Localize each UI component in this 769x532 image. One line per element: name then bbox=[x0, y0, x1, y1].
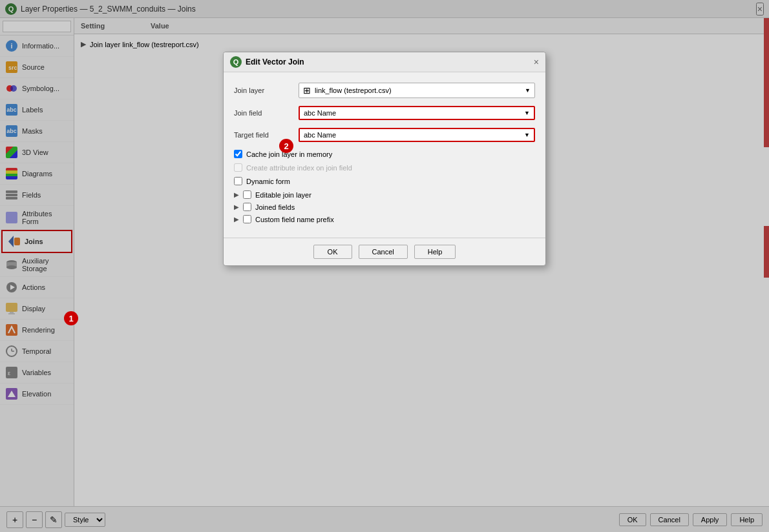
joined-fields-expand-arrow[interactable]: ▶ bbox=[234, 203, 239, 210]
attr-index-checkbox bbox=[234, 163, 242, 172]
join-layer-value: link_flow (testreport.csv) bbox=[315, 87, 521, 94]
annotation-2: 2 bbox=[279, 139, 293, 153]
dialog-body: Join layer ⊞ link_flow (testreport.csv) … bbox=[224, 72, 545, 238]
join-layer-control[interactable]: ⊞ link_flow (testreport.csv) ▼ bbox=[299, 83, 535, 98]
join-field-label: Join field bbox=[234, 109, 299, 117]
cache-checkbox-row: Cache join layer in memory bbox=[234, 150, 535, 158]
custom-prefix-label: Custom field name prefix bbox=[255, 216, 334, 223]
join-layer-row: Join layer ⊞ link_flow (testreport.csv) … bbox=[234, 83, 535, 98]
modal-overlay: Q Edit Vector Join × Join layer ⊞ link_f… bbox=[0, 0, 769, 532]
join-field-dropdown-icon: ▼ bbox=[524, 110, 530, 116]
join-layer-label: Join layer bbox=[234, 87, 299, 94]
dialog-footer: OK Cancel Help bbox=[224, 238, 545, 265]
editable-join-checkbox[interactable] bbox=[243, 190, 251, 199]
cache-checkbox[interactable] bbox=[234, 150, 242, 158]
annotation-1: 1 bbox=[64, 311, 78, 325]
target-field-row: Target field abc Name ▼ bbox=[234, 128, 535, 142]
custom-prefix-checkbox[interactable] bbox=[243, 215, 251, 223]
join-field-value: abc Name bbox=[304, 109, 336, 117]
dialog-cancel-button[interactable]: Cancel bbox=[359, 245, 408, 259]
dialog-titlebar: Q Edit Vector Join × bbox=[224, 52, 545, 72]
target-field-dropdown-icon: ▼ bbox=[524, 132, 530, 138]
editable-expand-arrow[interactable]: ▶ bbox=[234, 191, 239, 198]
edit-vector-join-dialog: Q Edit Vector Join × Join layer ⊞ link_f… bbox=[223, 52, 546, 266]
attr-index-label: Create attribute index on join field bbox=[246, 164, 352, 172]
join-field-row: Join field abc Name ▼ bbox=[234, 106, 535, 120]
dialog-ok-button[interactable]: OK bbox=[313, 245, 352, 259]
joined-fields-checkbox[interactable] bbox=[243, 203, 251, 211]
dialog-close-button[interactable]: × bbox=[534, 57, 539, 67]
dialog-help-button[interactable]: Help bbox=[414, 245, 456, 259]
table-icon: ⊞ bbox=[303, 85, 311, 96]
dynamic-form-label: Dynamic form bbox=[246, 178, 290, 185]
joined-fields-label: Joined fields bbox=[255, 203, 295, 211]
target-field-value: abc Name bbox=[304, 131, 336, 139]
editable-join-row: ▶ Editable join layer bbox=[234, 190, 535, 199]
custom-prefix-row: ▶ Custom field name prefix bbox=[234, 215, 535, 223]
joined-fields-row: ▶ Joined fields bbox=[234, 203, 535, 211]
dialog-title-text: Edit Vector Join bbox=[246, 57, 304, 66]
dialog-title-container: Q Edit Vector Join bbox=[230, 56, 304, 68]
dynamic-form-row: Dynamic form bbox=[234, 177, 535, 185]
custom-prefix-expand-arrow[interactable]: ▶ bbox=[234, 216, 239, 223]
editable-join-label: Editable join layer bbox=[255, 191, 311, 199]
join-field-control[interactable]: abc Name ▼ bbox=[299, 106, 535, 120]
attr-index-row: Create attribute index on join field bbox=[234, 163, 535, 172]
target-field-label: Target field bbox=[234, 131, 299, 139]
join-layer-dropdown-icon: ▼ bbox=[525, 87, 531, 94]
target-field-control[interactable]: abc Name ▼ bbox=[299, 128, 535, 142]
dynamic-form-checkbox[interactable] bbox=[234, 177, 242, 185]
dialog-q-logo: Q bbox=[230, 56, 242, 68]
